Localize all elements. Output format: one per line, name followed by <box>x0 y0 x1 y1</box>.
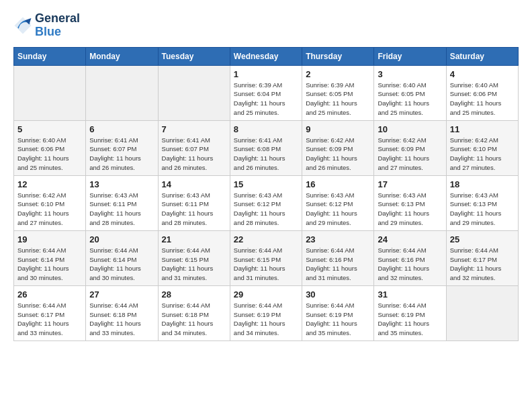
header-cell-sunday: Sunday <box>14 47 86 65</box>
calendar-cell: 25Sunrise: 6:44 AM Sunset: 6:17 PM Dayli… <box>446 230 518 285</box>
day-number: 5 <box>17 124 82 134</box>
day-number: 24 <box>378 234 442 244</box>
day-number: 21 <box>162 234 226 244</box>
logo-icon <box>13 16 32 35</box>
day-number: 8 <box>234 124 298 134</box>
day-number: 18 <box>450 179 515 189</box>
day-number: 19 <box>17 234 82 244</box>
day-info: Sunrise: 6:43 AM Sunset: 6:11 PM Dayligh… <box>162 191 226 228</box>
header-cell-tuesday: Tuesday <box>158 47 230 65</box>
calendar-cell: 21Sunrise: 6:44 AM Sunset: 6:15 PM Dayli… <box>158 230 230 285</box>
calendar-cell: 12Sunrise: 6:42 AM Sunset: 6:10 PM Dayli… <box>14 175 86 230</box>
calendar-cell: 30Sunrise: 6:44 AM Sunset: 6:19 PM Dayli… <box>302 285 374 340</box>
week-row-3: 12Sunrise: 6:42 AM Sunset: 6:10 PM Dayli… <box>14 175 519 230</box>
day-number: 26 <box>17 289 82 300</box>
calendar-header: SundayMondayTuesdayWednesdayThursdayFrid… <box>14 47 519 65</box>
header-cell-thursday: Thursday <box>302 47 374 65</box>
header-cell-friday: Friday <box>374 47 446 65</box>
day-info: Sunrise: 6:42 AM Sunset: 6:09 PM Dayligh… <box>378 136 442 173</box>
calendar-cell: 28Sunrise: 6:44 AM Sunset: 6:18 PM Dayli… <box>158 285 230 340</box>
day-number: 22 <box>234 234 298 244</box>
day-number: 12 <box>17 179 82 189</box>
calendar-cell: 24Sunrise: 6:44 AM Sunset: 6:16 PM Dayli… <box>374 230 446 285</box>
day-number: 2 <box>306 69 370 79</box>
calendar-cell: 9Sunrise: 6:42 AM Sunset: 6:09 PM Daylig… <box>302 120 374 175</box>
day-number: 14 <box>162 179 226 189</box>
calendar-cell <box>158 65 230 120</box>
day-number: 16 <box>306 179 370 189</box>
day-info: Sunrise: 6:44 AM Sunset: 6:16 PM Dayligh… <box>378 246 442 283</box>
calendar-cell: 22Sunrise: 6:44 AM Sunset: 6:15 PM Dayli… <box>230 230 302 285</box>
calendar-cell: 2Sunrise: 6:39 AM Sunset: 6:05 PM Daylig… <box>302 65 374 120</box>
day-number: 20 <box>89 234 154 244</box>
day-info: Sunrise: 6:43 AM Sunset: 6:12 PM Dayligh… <box>234 191 298 228</box>
day-number: 7 <box>162 124 226 134</box>
calendar-cell: 20Sunrise: 6:44 AM Sunset: 6:14 PM Dayli… <box>86 230 158 285</box>
day-info: Sunrise: 6:44 AM Sunset: 6:19 PM Dayligh… <box>306 301 370 338</box>
calendar-cell: 11Sunrise: 6:42 AM Sunset: 6:10 PM Dayli… <box>446 120 518 175</box>
day-number: 10 <box>378 124 442 134</box>
day-info: Sunrise: 6:43 AM Sunset: 6:12 PM Dayligh… <box>306 191 370 228</box>
logo-text: General Blue <box>35 12 80 39</box>
calendar-cell: 6Sunrise: 6:41 AM Sunset: 6:07 PM Daylig… <box>86 120 158 175</box>
day-number: 31 <box>378 289 442 300</box>
header-row: SundayMondayTuesdayWednesdayThursdayFrid… <box>14 47 519 65</box>
day-info: Sunrise: 6:43 AM Sunset: 6:11 PM Dayligh… <box>89 191 154 228</box>
day-info: Sunrise: 6:44 AM Sunset: 6:14 PM Dayligh… <box>17 246 82 283</box>
day-info: Sunrise: 6:44 AM Sunset: 6:17 PM Dayligh… <box>17 301 82 338</box>
calendar-cell: 8Sunrise: 6:41 AM Sunset: 6:08 PM Daylig… <box>230 120 302 175</box>
day-number: 29 <box>234 289 298 300</box>
day-info: Sunrise: 6:39 AM Sunset: 6:05 PM Dayligh… <box>306 81 370 118</box>
calendar-cell: 27Sunrise: 6:44 AM Sunset: 6:18 PM Dayli… <box>86 285 158 340</box>
calendar-body: 1Sunrise: 6:39 AM Sunset: 6:04 PM Daylig… <box>14 65 519 340</box>
week-row-1: 1Sunrise: 6:39 AM Sunset: 6:04 PM Daylig… <box>14 65 519 120</box>
day-info: Sunrise: 6:41 AM Sunset: 6:07 PM Dayligh… <box>162 136 226 173</box>
header-cell-saturday: Saturday <box>446 47 518 65</box>
day-info: Sunrise: 6:44 AM Sunset: 6:16 PM Dayligh… <box>306 246 370 283</box>
day-info: Sunrise: 6:44 AM Sunset: 6:19 PM Dayligh… <box>378 301 442 338</box>
calendar-cell: 31Sunrise: 6:44 AM Sunset: 6:19 PM Dayli… <box>374 285 446 340</box>
header-cell-monday: Monday <box>86 47 158 65</box>
day-number: 11 <box>450 124 515 134</box>
calendar-cell <box>446 285 518 340</box>
day-number: 17 <box>378 179 442 189</box>
calendar-cell: 17Sunrise: 6:43 AM Sunset: 6:13 PM Dayli… <box>374 175 446 230</box>
day-info: Sunrise: 6:39 AM Sunset: 6:04 PM Dayligh… <box>234 81 298 118</box>
day-info: Sunrise: 6:42 AM Sunset: 6:10 PM Dayligh… <box>450 136 515 173</box>
calendar-cell <box>86 65 158 120</box>
calendar-cell: 7Sunrise: 6:41 AM Sunset: 6:07 PM Daylig… <box>158 120 230 175</box>
day-info: Sunrise: 6:42 AM Sunset: 6:10 PM Dayligh… <box>17 191 82 228</box>
day-info: Sunrise: 6:42 AM Sunset: 6:09 PM Dayligh… <box>306 136 370 173</box>
calendar-cell: 1Sunrise: 6:39 AM Sunset: 6:04 PM Daylig… <box>230 65 302 120</box>
day-number: 27 <box>89 289 154 300</box>
calendar-cell: 10Sunrise: 6:42 AM Sunset: 6:09 PM Dayli… <box>374 120 446 175</box>
day-info: Sunrise: 6:44 AM Sunset: 6:18 PM Dayligh… <box>89 301 154 338</box>
calendar-cell: 23Sunrise: 6:44 AM Sunset: 6:16 PM Dayli… <box>302 230 374 285</box>
day-info: Sunrise: 6:44 AM Sunset: 6:14 PM Dayligh… <box>89 246 154 283</box>
day-info: Sunrise: 6:43 AM Sunset: 6:13 PM Dayligh… <box>378 191 442 228</box>
calendar-cell: 15Sunrise: 6:43 AM Sunset: 6:12 PM Dayli… <box>230 175 302 230</box>
day-number: 25 <box>450 234 515 244</box>
day-info: Sunrise: 6:40 AM Sunset: 6:06 PM Dayligh… <box>17 136 82 173</box>
day-info: Sunrise: 6:43 AM Sunset: 6:13 PM Dayligh… <box>450 191 515 228</box>
day-number: 30 <box>306 289 370 300</box>
logo: General Blue <box>13 12 80 39</box>
week-row-5: 26Sunrise: 6:44 AM Sunset: 6:17 PM Dayli… <box>14 285 519 340</box>
day-number: 28 <box>162 289 226 300</box>
day-number: 1 <box>234 69 298 79</box>
calendar-cell: 3Sunrise: 6:40 AM Sunset: 6:05 PM Daylig… <box>374 65 446 120</box>
calendar-table: SundayMondayTuesdayWednesdayThursdayFrid… <box>13 47 519 341</box>
calendar-cell: 18Sunrise: 6:43 AM Sunset: 6:13 PM Dayli… <box>446 175 518 230</box>
page: General Blue SundayMondayTuesdayWednesda… <box>0 0 532 411</box>
day-info: Sunrise: 6:44 AM Sunset: 6:19 PM Dayligh… <box>234 301 298 338</box>
day-info: Sunrise: 6:44 AM Sunset: 6:18 PM Dayligh… <box>162 301 226 338</box>
calendar-cell <box>14 65 86 120</box>
day-info: Sunrise: 6:40 AM Sunset: 6:06 PM Dayligh… <box>450 81 515 118</box>
day-number: 4 <box>450 69 515 79</box>
calendar-cell: 26Sunrise: 6:44 AM Sunset: 6:17 PM Dayli… <box>14 285 86 340</box>
calendar-cell: 16Sunrise: 6:43 AM Sunset: 6:12 PM Dayli… <box>302 175 374 230</box>
day-info: Sunrise: 6:44 AM Sunset: 6:17 PM Dayligh… <box>450 246 515 283</box>
day-info: Sunrise: 6:41 AM Sunset: 6:08 PM Dayligh… <box>234 136 298 173</box>
day-number: 15 <box>234 179 298 189</box>
day-info: Sunrise: 6:40 AM Sunset: 6:05 PM Dayligh… <box>378 81 442 118</box>
